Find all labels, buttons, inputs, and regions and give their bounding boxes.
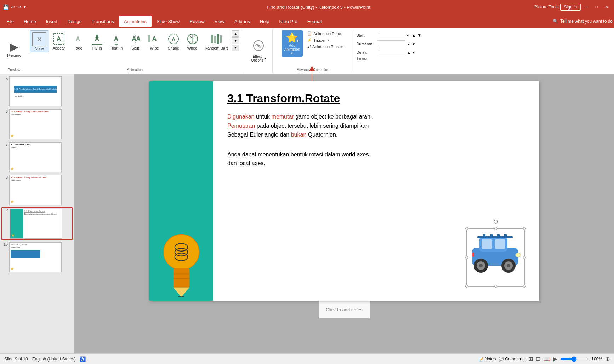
undo-icon[interactable]: ↩	[11, 4, 15, 10]
handle-tr[interactable]	[523, 227, 526, 230]
slide-thumb-5[interactable]: 5 1.02 Pendahuluan: GameObjects and Scri…	[1, 76, 73, 107]
menu-design[interactable]: Design	[62, 16, 86, 27]
notes-button[interactable]: 📝 Notes	[478, 357, 496, 362]
handle-bl[interactable]	[465, 285, 468, 288]
menu-view[interactable]: View	[210, 16, 229, 27]
slide-main[interactable]: 3.1 Transform.Rotate Digunakan untuk mem…	[149, 81, 539, 301]
comments-button[interactable]: 💬 Comments	[499, 357, 525, 362]
delay-down-icon[interactable]: ▼	[412, 51, 415, 54]
delay-input[interactable]	[377, 49, 405, 56]
menu-bar: File Home Insert Design Transitions Anim…	[0, 14, 614, 28]
slide-thumb-8[interactable]: 8 2.2 Contoh: Coding Transform.Find code…	[1, 174, 73, 206]
zoom-slider[interactable]	[560, 356, 589, 362]
close-button[interactable]: ✕	[602, 5, 611, 10]
car-container[interactable]: ↻	[466, 228, 525, 287]
menu-insert[interactable]: Insert	[41, 16, 63, 27]
slide-thumb-6[interactable]: 6 1.2 Contoh: Coding GameObject.Find cod…	[1, 109, 73, 140]
handle-tl[interactable]	[465, 227, 468, 230]
anim-wheel[interactable]: Wheel	[183, 30, 202, 52]
slide-img-8: 2.2 Contoh: Coding Transform.Find code c…	[9, 175, 62, 205]
trigger-button[interactable]: ⚡ Trigger ▾	[306, 37, 345, 43]
svg-rect-20	[214, 36, 216, 43]
fade-icon: A	[71, 32, 85, 46]
body-text-menentukan2: menentukan	[258, 151, 289, 157]
menu-transitions[interactable]: Transitions	[87, 16, 119, 27]
svg-rect-45	[483, 234, 485, 238]
anim-appear[interactable]: A Appear	[50, 30, 68, 52]
notes-area[interactable]: Click to add notes	[319, 301, 369, 318]
star-badge-9: ★	[11, 233, 15, 238]
menu-animations[interactable]: Animations	[119, 16, 152, 27]
accessibility-icon[interactable]: ♿	[80, 356, 86, 362]
preview-icon: ▶	[10, 40, 18, 53]
minimize-button[interactable]: ─	[582, 5, 591, 10]
menu-addins[interactable]: Add-ins	[229, 16, 255, 27]
anim-split[interactable]: AA Split	[126, 30, 144, 52]
reorder-down-icon[interactable]: ▼	[417, 33, 421, 38]
animation-scroll-arrows[interactable]: ▲ ▼ ▾	[231, 30, 240, 51]
delay-up-icon[interactable]: ▲	[407, 51, 410, 54]
sign-in-button[interactable]: Sign in	[560, 4, 581, 11]
anim-shape[interactable]: A Shape	[164, 30, 183, 52]
duration-down-icon[interactable]: ▼	[412, 42, 415, 46]
redo-icon[interactable]: ↪	[17, 4, 22, 10]
title-bar-controls[interactable]: 💾 ↩ ↪ ▾	[3, 4, 26, 10]
anim-none[interactable]: ✕ None	[30, 30, 49, 52]
star-badge-7: ★	[10, 166, 14, 171]
view-normal-icon[interactable]: ⊞	[528, 356, 533, 362]
ribbon-group-effect-options: EffectOptions ▾	[244, 30, 273, 73]
body-text-pada: pada object	[257, 123, 288, 129]
menu-help[interactable]: Help	[255, 16, 274, 27]
effect-options-button[interactable]: EffectOptions ▾	[248, 38, 268, 64]
save-icon[interactable]: 💾	[3, 4, 9, 10]
slide-num-9: 9	[3, 209, 8, 213]
start-input[interactable]	[377, 32, 405, 39]
anim-random-bars[interactable]: Random Bars	[203, 30, 231, 52]
slide-thumb-9[interactable]: 9 3.1 Transform.Rotate Digunakan untuk m…	[1, 207, 73, 240]
shape-label: Shape	[168, 46, 179, 50]
add-animation-icon: ⭐ +	[286, 32, 298, 44]
view-slideshow-icon[interactable]: ▶	[553, 356, 557, 362]
menu-format[interactable]: Format	[302, 16, 327, 27]
scroll-up-arrow[interactable]: ▲	[232, 30, 239, 37]
scroll-more-arrow[interactable]: ▾	[232, 45, 239, 51]
handle-bm[interactable]	[494, 285, 497, 288]
float-in-label: Float In	[110, 46, 123, 50]
slide-thumb-7[interactable]: 7 2.1 Transform.Find content... ★	[1, 141, 73, 173]
svg-point-40	[479, 264, 483, 267]
scroll-down-arrow[interactable]: ▼	[232, 37, 239, 44]
handle-tm[interactable]	[494, 227, 497, 230]
menu-file[interactable]: File	[1, 16, 19, 27]
preview-button[interactable]: ▶ Preview	[6, 39, 22, 59]
animation-pane-button[interactable]: 📋 Animation Pane	[306, 30, 345, 36]
menu-home[interactable]: Home	[19, 16, 41, 27]
maximize-button[interactable]: □	[592, 5, 601, 10]
anim-float-in[interactable]: A Float In	[107, 30, 125, 52]
view-reading-icon[interactable]: 📖	[543, 356, 550, 362]
view-slide-sorter-icon[interactable]: ⊟	[536, 356, 540, 362]
handle-br[interactable]	[523, 285, 526, 288]
anim-fade[interactable]: A Fade	[69, 30, 87, 52]
random-bars-label: Random Bars	[205, 46, 228, 50]
menu-nitropro[interactable]: Nitro Pro	[274, 16, 302, 27]
add-animation-button[interactable]: ⭐ + AddAnimation ▾	[282, 30, 303, 57]
click-to-add-notes[interactable]: Click to add notes	[326, 307, 362, 312]
fit-slide-icon[interactable]: ⊕	[605, 356, 610, 362]
start-dropdown-icon[interactable]: ▾	[407, 34, 409, 37]
reorder-up-icon[interactable]: ▲	[411, 33, 416, 38]
body-text-dapat: dapat	[242, 151, 256, 157]
svg-point-25	[164, 235, 199, 270]
handle-ml[interactable]	[465, 256, 468, 259]
anim-wipe[interactable]: A Wipe	[145, 30, 164, 52]
handle-mr[interactable]	[523, 256, 526, 259]
menu-review[interactable]: Review	[184, 16, 210, 27]
body-text-euler: Euler angle dan	[250, 132, 291, 138]
rotate-handle[interactable]: ↻	[493, 218, 498, 226]
slide-thumb-10[interactable]: 10 slide 10 content content text... ★	[1, 242, 73, 273]
animation-painter-button[interactable]: 🖌 Animation Painter	[306, 44, 345, 50]
menu-slideshow[interactable]: Slide Show	[152, 16, 184, 27]
duration-up-icon[interactable]: ▲	[407, 42, 410, 46]
notes-icon: 📝	[478, 357, 484, 362]
anim-fly-in[interactable]: A Fly In	[88, 30, 106, 52]
duration-input[interactable]	[377, 40, 405, 47]
